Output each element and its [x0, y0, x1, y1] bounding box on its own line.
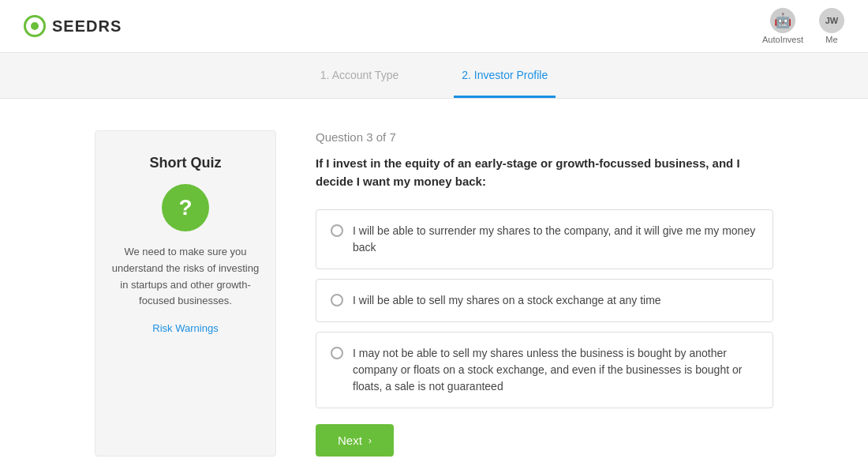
radio-option-2[interactable] — [331, 294, 343, 306]
logo[interactable]: SEEDRS — [24, 15, 122, 37]
question-section: Question 3 of 7 If I invest in the equit… — [316, 130, 773, 457]
logo-text: SEEDRS — [52, 17, 122, 36]
radio-option-3[interactable] — [331, 347, 343, 359]
autoinvest-label: AutoInvest — [762, 35, 803, 44]
me-label: Me — [825, 35, 837, 44]
autoinvest-nav[interactable]: 🤖 AutoInvest — [762, 8, 803, 44]
quiz-question-icon: ? — [162, 184, 209, 231]
quiz-sidebar-card: Short Quiz ? We need to make sure you un… — [95, 130, 276, 457]
logo-inner-circle — [31, 22, 39, 30]
me-nav[interactable]: JW Me — [819, 8, 844, 44]
step-account-type[interactable]: 1. Account Type — [312, 53, 406, 98]
header-nav: 🤖 AutoInvest JW Me — [762, 8, 844, 44]
next-chevron-icon: › — [369, 434, 372, 446]
question-counter: Question 3 of 7 — [316, 130, 773, 144]
option-3[interactable]: I may not be able to sell my shares unle… — [316, 332, 773, 408]
step-investor-profile[interactable]: 2. Investor Profile — [454, 53, 556, 98]
me-avatar: JW — [819, 8, 844, 33]
question-text: If I invest in the equity of an early-st… — [316, 155, 773, 190]
logo-icon — [24, 15, 46, 37]
option-2[interactable]: I will be able to sell my shares on a st… — [316, 279, 773, 322]
option-1[interactable]: I will be able to surrender my shares to… — [316, 209, 773, 269]
quiz-description: We need to make sure you understand the … — [111, 244, 260, 310]
radio-option-1[interactable] — [331, 224, 343, 237]
next-button-label: Next — [338, 434, 362, 447]
option-1-text: I will be able to surrender my shares to… — [353, 223, 758, 256]
risk-warnings-link[interactable]: Risk Warnings — [152, 322, 218, 334]
autoinvest-icon: 🤖 — [770, 8, 795, 33]
next-button[interactable]: Next › — [316, 424, 394, 457]
main-content: Short Quiz ? We need to make sure you un… — [79, 130, 789, 457]
steps-nav: 1. Account Type 2. Investor Profile — [0, 53, 868, 99]
page-header: SEEDRS 🤖 AutoInvest JW Me — [0, 0, 868, 53]
option-3-text: I may not be able to sell my shares unle… — [353, 345, 758, 395]
quiz-title: Short Quiz — [150, 155, 222, 171]
option-2-text: I will be able to sell my shares on a st… — [353, 292, 661, 309]
